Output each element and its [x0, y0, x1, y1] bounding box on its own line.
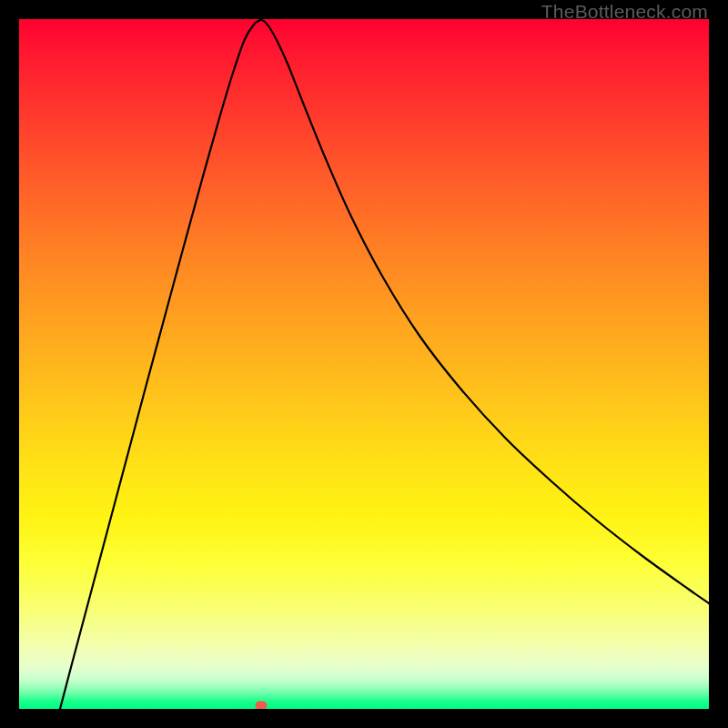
curve-svg: [19, 19, 709, 709]
plot-area: [19, 19, 709, 709]
minimum-marker: [256, 702, 268, 710]
bottleneck-curve: [60, 20, 709, 709]
chart-frame: TheBottleneck.com: [0, 0, 728, 728]
